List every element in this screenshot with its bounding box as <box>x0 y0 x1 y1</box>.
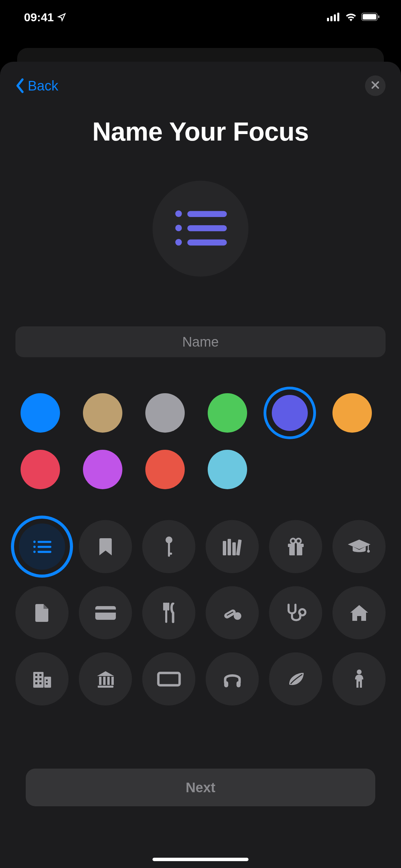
svg-rect-16 <box>37 546 51 548</box>
list-icon <box>33 540 52 554</box>
svg-rect-43 <box>35 678 37 680</box>
icon-option-list[interactable] <box>19 523 65 570</box>
name-input[interactable] <box>15 326 386 357</box>
svg-point-9 <box>175 225 182 231</box>
svg-rect-56 <box>236 681 241 687</box>
card-icon <box>95 605 117 620</box>
icon-option-buildings[interactable] <box>15 652 69 706</box>
svg-rect-8 <box>187 211 227 217</box>
svg-rect-2 <box>334 14 336 21</box>
color-swatch-orange[interactable] <box>332 393 372 433</box>
svg-rect-22 <box>223 541 226 555</box>
color-swatch-green[interactable] <box>208 393 247 433</box>
cellular-icon <box>327 11 341 24</box>
icon-option-grad-cap[interactable] <box>332 520 386 573</box>
svg-rect-51 <box>103 677 106 685</box>
icon-option-gift[interactable] <box>269 520 322 573</box>
svg-rect-33 <box>95 606 116 620</box>
svg-rect-55 <box>224 681 228 687</box>
svg-point-57 <box>357 670 362 674</box>
next-button[interactable]: Next <box>26 769 375 806</box>
svg-point-38 <box>299 609 305 615</box>
svg-rect-0 <box>327 18 329 21</box>
svg-rect-3 <box>337 13 339 21</box>
color-swatch-blue[interactable] <box>21 393 60 433</box>
svg-rect-44 <box>39 678 41 680</box>
svg-point-36 <box>234 612 241 620</box>
icon-option-museum[interactable] <box>79 652 132 706</box>
icon-preview <box>153 181 248 277</box>
icon-option-bookmark[interactable] <box>79 520 132 573</box>
next-label: Next <box>186 780 216 795</box>
grad-cap-icon <box>347 539 371 555</box>
svg-point-15 <box>33 545 36 548</box>
nav-bar: Back <box>15 72 386 99</box>
color-swatch-red[interactable] <box>145 450 185 489</box>
back-button[interactable]: Back <box>15 78 58 94</box>
leaf-icon <box>287 671 305 687</box>
svg-rect-5 <box>363 14 376 20</box>
battery-icon <box>361 11 380 24</box>
svg-rect-21 <box>168 553 172 555</box>
color-swatch-gray[interactable] <box>145 393 185 433</box>
color-swatch-purple[interactable] <box>83 450 122 489</box>
svg-point-7 <box>175 210 182 217</box>
icon-option-document[interactable] <box>15 586 69 639</box>
svg-rect-18 <box>37 551 51 553</box>
color-swatch-teal[interactable] <box>208 450 247 489</box>
color-swatch-tan[interactable] <box>83 393 122 433</box>
house-icon <box>349 604 369 622</box>
wifi-icon <box>345 11 357 24</box>
rectangle-icon <box>157 671 181 687</box>
svg-point-29 <box>291 539 295 543</box>
svg-rect-6 <box>378 15 379 18</box>
fork-knife-icon <box>161 603 177 623</box>
svg-rect-28 <box>295 543 297 556</box>
svg-rect-50 <box>99 677 101 685</box>
bookmark-icon <box>99 538 112 556</box>
color-picker <box>15 393 386 489</box>
status-right <box>327 11 380 24</box>
svg-point-13 <box>33 541 36 543</box>
svg-rect-45 <box>35 682 37 684</box>
person-icon <box>353 669 365 689</box>
svg-rect-41 <box>35 674 37 676</box>
books-icon <box>222 538 243 556</box>
status-left: 09:41 <box>24 11 66 24</box>
key-icon <box>164 536 174 557</box>
color-swatch-indigo[interactable] <box>272 395 308 431</box>
icon-option-books[interactable] <box>206 520 259 573</box>
back-label: Back <box>28 78 58 94</box>
icon-option-rectangle[interactable] <box>142 652 195 706</box>
svg-rect-42 <box>39 674 41 676</box>
modal-sheet: Back Name Your Focus <box>0 62 401 868</box>
headphones-icon <box>222 670 242 688</box>
icon-option-headphones[interactable] <box>206 652 259 706</box>
icon-option-house[interactable] <box>332 586 386 639</box>
icon-option-pills[interactable] <box>206 586 259 639</box>
icon-option-person[interactable] <box>332 652 386 706</box>
svg-rect-25 <box>236 539 241 555</box>
icon-option-stethoscope[interactable] <box>269 586 322 639</box>
close-button[interactable] <box>365 75 386 96</box>
status-bar: 09:41 <box>0 0 401 34</box>
gift-icon <box>287 538 305 556</box>
svg-rect-24 <box>232 542 236 555</box>
home-indicator[interactable] <box>153 858 248 861</box>
icon-option-key[interactable] <box>142 520 195 573</box>
svg-rect-49 <box>98 686 113 688</box>
stethoscope-icon <box>285 603 306 623</box>
svg-rect-32 <box>368 545 369 551</box>
svg-point-17 <box>33 551 36 553</box>
icon-option-card[interactable] <box>79 586 132 639</box>
icon-option-leaf[interactable] <box>269 652 322 706</box>
svg-rect-53 <box>111 677 114 685</box>
svg-rect-10 <box>187 225 227 231</box>
svg-rect-1 <box>330 16 332 21</box>
svg-point-11 <box>175 239 182 245</box>
icon-option-fork-knife[interactable] <box>142 586 195 639</box>
list-icon <box>173 207 228 250</box>
status-time: 09:41 <box>24 11 54 24</box>
pills-icon <box>222 605 242 621</box>
color-swatch-pink[interactable] <box>21 450 60 489</box>
